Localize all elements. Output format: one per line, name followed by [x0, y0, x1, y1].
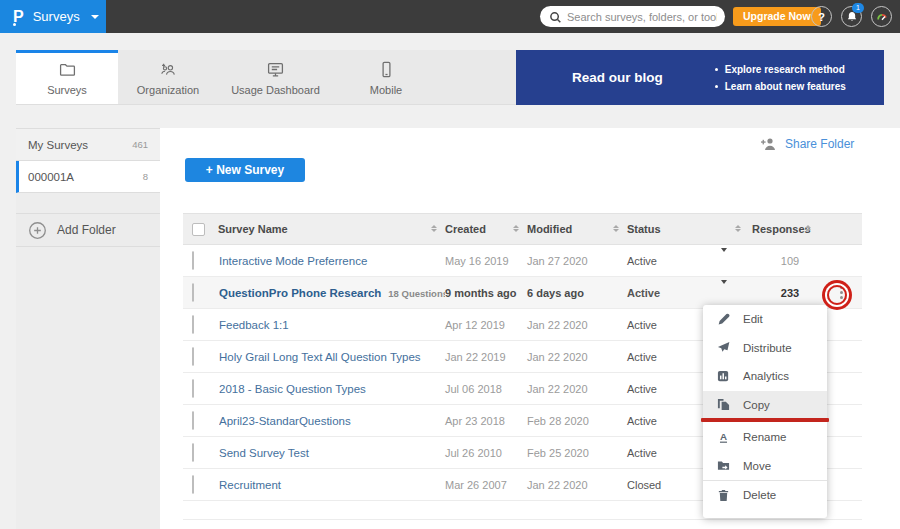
question-count-badge: 18 Questions [388, 288, 445, 299]
status-dropdown-caret-icon[interactable] [721, 248, 727, 269]
tab-label: Usage Dashboard [231, 84, 320, 96]
tab-mobile[interactable]: Mobile [333, 50, 439, 104]
select-all-checkbox[interactable] [192, 223, 205, 236]
new-survey-button[interactable]: + New Survey [185, 158, 305, 182]
sidebar-item-000001a[interactable]: 000001A8 [16, 161, 160, 193]
survey-name-cell: Recruitment [219, 479, 445, 491]
banner-title: Read our blog [572, 70, 663, 85]
survey-name-link[interactable]: Recruitment [219, 479, 281, 491]
trash-icon [717, 489, 730, 502]
organization-icon [160, 61, 177, 78]
folder-label: 000001A [28, 171, 74, 183]
column-header-modified[interactable]: Modified [527, 214, 572, 244]
menu-item-copy[interactable]: Copy [703, 391, 827, 420]
menu-item-label: Edit [743, 313, 763, 325]
survey-name-link[interactable]: QuestionPro Phone Research [219, 287, 381, 299]
send-icon [717, 341, 730, 354]
share-folder-button[interactable]: Share Folder [760, 136, 854, 151]
folder-count: 8 [143, 171, 148, 182]
survey-name-link[interactable]: Interactive Mode Preferrence [219, 255, 367, 267]
tab-label: Organization [137, 84, 199, 96]
row-actions-button[interactable] [832, 283, 852, 303]
status-dropdown-cell [715, 284, 759, 302]
row-checkbox[interactable] [192, 315, 194, 334]
responses-cell: 233 [759, 287, 821, 299]
modified-cell: Jan 27 2020 [527, 255, 627, 267]
status-dropdown-caret-icon[interactable] [721, 280, 727, 301]
help-button[interactable]: ? [811, 6, 832, 27]
status-cell: Active [627, 287, 715, 299]
modified-cell: Feb 25 2020 [527, 447, 627, 459]
column-header-status[interactable]: Status [627, 214, 661, 244]
survey-name-link[interactable]: Holy Grail Long Text All Question Types [219, 351, 421, 363]
survey-name-cell: Holy Grail Long Text All Question Types [219, 351, 445, 363]
tab-usage-dashboard[interactable]: Usage Dashboard [218, 50, 333, 104]
bullet-dot-icon [715, 85, 718, 88]
column-header-survey-name[interactable]: Survey Name [218, 214, 288, 244]
menu-item-label: Analytics [743, 370, 789, 382]
survey-name-link[interactable]: 2018 - Basic Question Types [219, 383, 366, 395]
menu-item-label: Rename [743, 431, 786, 443]
modified-cell: Jan 22 2020 [527, 383, 627, 395]
search-input[interactable] [540, 6, 725, 27]
created-cell: Jul 06 2018 [445, 383, 527, 395]
menu-item-analytics[interactable]: Analytics [703, 362, 827, 391]
row-checkbox[interactable] [192, 443, 194, 462]
survey-name-link[interactable]: Send Survey Test [219, 447, 309, 459]
survey-name-link[interactable]: Feedback 1:1 [219, 319, 289, 331]
survey-name-link[interactable]: April23-StandarQuestions [219, 415, 351, 427]
row-checkbox-cell [183, 252, 219, 270]
row-checkbox[interactable] [192, 411, 194, 430]
bullet-dot-icon [715, 68, 718, 71]
banner-bullet-text: Explore research method [725, 64, 845, 75]
banner-bullet-item: Explore research method [715, 64, 846, 75]
dashboard-icon [267, 61, 284, 78]
survey-name-cell: QuestionPro Phone Research18 Questions [219, 287, 445, 299]
column-header-created[interactable]: Created [445, 214, 486, 244]
menu-item-distribute[interactable]: Distribute [703, 334, 827, 363]
product-switcher[interactable]: P Surveys [0, 0, 106, 33]
row-checkbox[interactable] [192, 283, 194, 302]
blog-banner[interactable]: Read our blog Explore research methodLea… [516, 50, 884, 105]
sidebar-item-my-surveys[interactable]: My Surveys461 [16, 129, 160, 161]
mobile-icon [378, 61, 395, 78]
survey-name-cell: Interactive Mode Preferrence [219, 255, 445, 267]
banner-bullet-text: Learn about new features [725, 81, 846, 92]
sort-icon[interactable] [431, 225, 437, 232]
add-folder-button[interactable]: Add Folder [16, 213, 160, 247]
annotation-underline [701, 418, 829, 422]
usage-meter-button[interactable] [871, 6, 892, 27]
tab-surveys[interactable]: Surveys [16, 50, 118, 104]
sort-icon[interactable] [735, 225, 741, 232]
banner-bullets: Explore research methodLearn about new f… [715, 64, 846, 92]
row-checkbox[interactable] [192, 475, 194, 494]
rename-icon: A [717, 431, 730, 444]
pencil-icon [717, 313, 730, 326]
table-row: Interactive Mode PreferrenceMay 16 2019J… [183, 245, 862, 277]
table-header: Survey NameCreatedModifiedStatusResponse… [183, 213, 862, 245]
move-icon [717, 459, 730, 472]
row-checkbox[interactable] [192, 379, 194, 398]
sort-icon[interactable] [805, 225, 811, 232]
module-tabs: SurveysOrganizationUsage DashboardMobile [16, 50, 516, 105]
created-cell: Jan 22 2019 [445, 351, 527, 363]
menu-item-label: Move [743, 460, 771, 472]
notifications-button[interactable]: 1 [841, 6, 862, 27]
top-bar: P Surveys Upgrade Now ? 1 [0, 0, 900, 33]
row-checkbox[interactable] [192, 251, 194, 270]
menu-item-edit[interactable]: Edit [703, 305, 827, 334]
modified-cell: Jan 22 2020 [527, 351, 627, 363]
row-checkbox[interactable] [192, 347, 194, 366]
status-cell: Active [627, 447, 715, 459]
menu-item-move[interactable]: Move [703, 452, 827, 481]
menu-item-rename[interactable]: ARename [703, 423, 827, 452]
row-context-menu: EditDistributeAnalyticsCopyARenameMoveDe… [703, 305, 827, 518]
upgrade-now-button[interactable]: Upgrade Now [733, 7, 821, 26]
column-header-responses[interactable]: Responses [752, 214, 811, 244]
tab-organization[interactable]: Organization [118, 50, 218, 104]
created-cell: Apr 23 2018 [445, 415, 527, 427]
sort-icon[interactable] [513, 225, 519, 232]
menu-item-label: Delete [743, 489, 776, 501]
sort-icon[interactable] [613, 225, 619, 232]
menu-item-delete[interactable]: Delete [703, 481, 827, 510]
